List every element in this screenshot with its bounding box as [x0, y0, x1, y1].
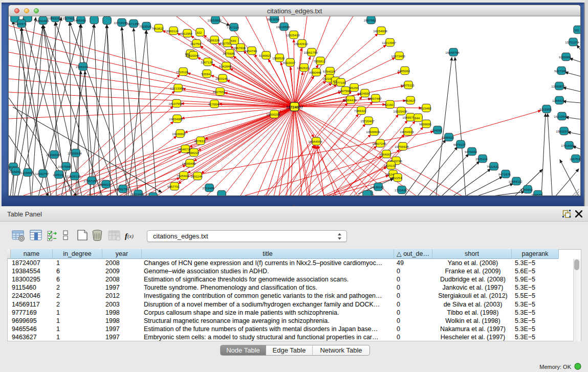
svg-text:18724007: 18724007 — [286, 105, 303, 110]
svg-text:12213360: 12213360 — [170, 86, 184, 90]
svg-text:3915061: 3915061 — [9, 170, 21, 173]
svg-text:6794024: 6794024 — [323, 70, 336, 73]
svg-text:9777169: 9777169 — [334, 81, 346, 84]
svg-text:1362615: 1362615 — [297, 66, 310, 70]
svg-text:2718126: 2718126 — [176, 70, 189, 74]
svg-text:3624554: 3624554 — [358, 92, 371, 95]
svg-text:(x): (x) — [127, 233, 134, 239]
svg-text:10654112: 10654112 — [508, 180, 522, 183]
svg-text:19654923: 19654923 — [400, 130, 414, 134]
svg-text:10025438: 10025438 — [393, 110, 407, 113]
svg-text:114519: 114519 — [53, 173, 63, 177]
svg-text:10961758: 10961758 — [303, 51, 318, 54]
svg-text:164095: 164095 — [431, 128, 442, 132]
svg-text:15692971: 15692971 — [556, 129, 570, 133]
svg-text:10958107: 10958107 — [98, 183, 112, 186]
svg-text:7485063: 7485063 — [398, 69, 410, 73]
svg-text:1527602: 1527602 — [62, 16, 75, 20]
svg-text:8454749: 8454749 — [245, 49, 257, 53]
svg-text:8912954: 8912954 — [180, 32, 193, 35]
svg-text:17359934: 17359934 — [68, 151, 82, 155]
svg-text:417004: 417004 — [208, 102, 219, 106]
svg-text:19654985: 19654985 — [169, 117, 183, 121]
svg-text:10807487: 10807487 — [367, 97, 382, 100]
svg-text:8990448: 8990448 — [309, 71, 322, 74]
svg-text:12975115: 12975115 — [400, 83, 415, 87]
svg-text:1733426: 1733426 — [395, 188, 407, 192]
svg-text:9699695: 9699695 — [419, 122, 432, 126]
svg-text:8471676: 8471676 — [498, 172, 511, 176]
svg-text:16210643: 16210643 — [554, 115, 568, 118]
svg-text:5938923: 5938923 — [442, 136, 454, 139]
svg-text:3716485: 3716485 — [202, 186, 215, 190]
svg-text:1405572: 1405572 — [14, 22, 27, 26]
svg-text:1615132: 1615132 — [384, 164, 397, 167]
svg-text:16782759: 16782759 — [115, 187, 129, 191]
svg-text:7625402: 7625402 — [177, 174, 189, 178]
svg-text:6679197: 6679197 — [453, 143, 466, 146]
svg-text:362754: 362754 — [190, 42, 201, 46]
svg-text:8698222: 8698222 — [187, 151, 200, 155]
svg-text:2803144: 2803144 — [215, 77, 228, 80]
svg-text:9227349: 9227349 — [554, 69, 567, 73]
svg-text:10975887: 10975887 — [58, 165, 72, 168]
svg-text:7386322: 7386322 — [354, 109, 367, 113]
svg-text:15751074: 15751074 — [565, 40, 579, 44]
svg-text:19756928: 19756928 — [395, 145, 409, 148]
svg-text:15640910: 15640910 — [294, 42, 308, 46]
svg-text:16648784: 16648784 — [445, 51, 460, 54]
svg-text:7515526: 7515526 — [139, 25, 152, 28]
svg-text:53594: 53594 — [201, 72, 210, 76]
svg-text:9146821: 9146821 — [259, 54, 272, 57]
svg-text:10323468: 10323468 — [130, 192, 144, 196]
svg-text:2935114: 2935114 — [475, 157, 488, 161]
svg-text:2867608: 2867608 — [233, 46, 246, 50]
svg-text:9242848: 9242848 — [219, 64, 232, 68]
svg-text:16671355: 16671355 — [125, 22, 140, 26]
svg-text:19218596: 19218596 — [276, 25, 290, 29]
svg-text:9474444: 9474444 — [465, 150, 477, 154]
svg-text:12342757: 12342757 — [35, 172, 49, 176]
svg-text:12213967: 12213967 — [382, 41, 396, 45]
svg-text:19166827: 19166827 — [172, 132, 186, 136]
svg-text:8813054: 8813054 — [267, 17, 280, 21]
svg-text:10973493: 10973493 — [391, 54, 405, 58]
svg-text:22420046: 22420046 — [185, 54, 200, 57]
svg-text:17016504: 17016504 — [561, 144, 575, 147]
svg-text:2687682: 2687682 — [364, 18, 377, 22]
svg-text:7632621: 7632621 — [487, 165, 499, 168]
svg-text:322: 322 — [197, 31, 202, 34]
svg-text:9245652: 9245652 — [520, 188, 533, 191]
svg-text:8322037: 8322037 — [283, 61, 296, 64]
svg-text:9329966: 9329966 — [559, 55, 572, 59]
svg-text:1244415: 1244415 — [552, 99, 565, 102]
svg-text:2905334: 2905334 — [76, 65, 89, 69]
svg-text:20364436: 20364436 — [342, 98, 357, 102]
svg-text:12325419: 12325419 — [286, 33, 300, 37]
svg-text:20206536: 20206536 — [46, 153, 60, 157]
svg-text:8427552: 8427552 — [213, 90, 226, 94]
svg-text:844: 844 — [415, 116, 420, 120]
svg-text:546: 546 — [231, 39, 236, 42]
svg-text:19384554: 19384554 — [308, 140, 322, 143]
svg-text:116753: 116753 — [570, 157, 580, 161]
svg-text:6466160: 6466160 — [74, 18, 86, 22]
svg-text:3875685: 3875685 — [223, 52, 235, 55]
svg-text:10688609: 10688609 — [366, 130, 380, 134]
svg-text:924565: 924565 — [532, 193, 542, 196]
svg-text:1588520: 1588520 — [272, 56, 285, 60]
svg-text:1215682: 1215682 — [20, 171, 33, 174]
svg-text:8960124: 8960124 — [166, 29, 179, 33]
svg-text:9115460: 9115460 — [419, 106, 431, 110]
svg-text:18107552: 18107552 — [168, 102, 183, 105]
svg-text:18807249: 18807249 — [372, 142, 386, 145]
svg-text:10853267: 10853267 — [47, 16, 61, 20]
svg-text:14136141: 14136141 — [370, 185, 384, 189]
svg-text:111: 111 — [574, 28, 579, 32]
svg-text:9857791: 9857791 — [167, 185, 180, 188]
svg-text:9463627: 9463627 — [403, 99, 416, 102]
svg-text:18300295: 18300295 — [266, 113, 280, 116]
svg-text:252254: 252254 — [391, 176, 402, 180]
svg-text:10033809: 10033809 — [207, 18, 222, 22]
svg-text:6497568: 6497568 — [338, 89, 351, 93]
